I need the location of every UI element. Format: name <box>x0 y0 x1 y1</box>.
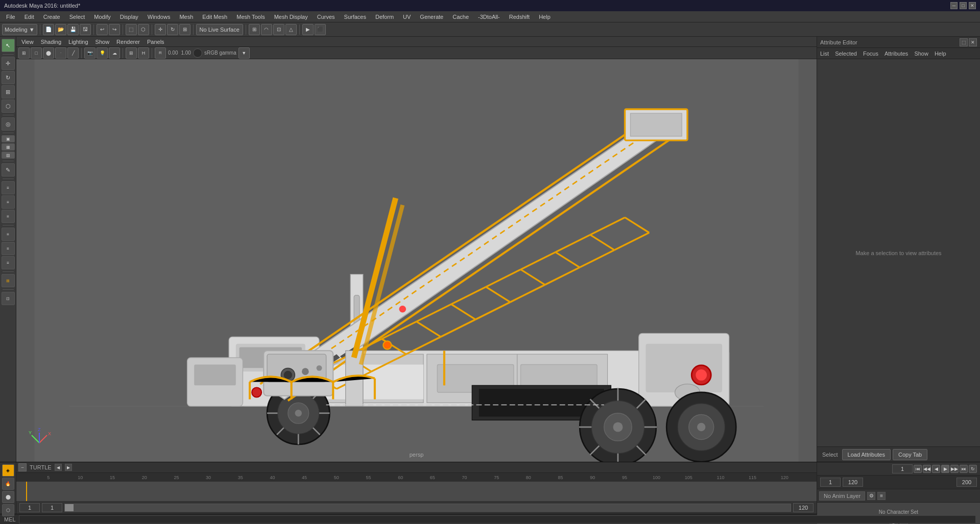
side-group2[interactable]: ≡ <box>2 195 15 209</box>
start-frame-input[interactable] <box>19 503 40 512</box>
anim-icon4[interactable]: ⬡ <box>2 504 14 516</box>
snap-curve-button[interactable]: ◠ <box>261 24 272 35</box>
vp-select-btn[interactable]: ⊞ <box>18 47 30 59</box>
menu-3dtall[interactable]: -3DtoAll- <box>474 13 504 21</box>
command-input[interactable] <box>19 515 976 523</box>
vp-cam-btn[interactable]: 📷 <box>84 47 95 59</box>
ae-float-button[interactable]: ⬚ <box>960 38 968 46</box>
ae-tab-focus[interactable]: Focus <box>863 49 878 58</box>
range-end-input[interactable] <box>843 478 863 487</box>
vp-menu-lighting[interactable]: Lighting <box>65 38 91 45</box>
vp-menu-panels[interactable]: Panels <box>144 38 168 45</box>
vp-menu-show[interactable]: Show <box>92 38 113 45</box>
timeline-scrub[interactable] <box>64 504 791 512</box>
soft-mod-button[interactable]: ◎ <box>2 117 15 131</box>
menu-cache[interactable]: Cache <box>448 13 473 21</box>
vp-vertex-btn[interactable]: · <box>55 47 66 59</box>
vp-smooth-btn[interactable]: ⬤ <box>43 47 54 59</box>
side-group5[interactable]: ≡ <box>2 242 15 255</box>
render-button[interactable]: ▶ <box>302 24 314 35</box>
ae-tab-help[interactable]: Help <box>935 49 946 58</box>
snap-surface-button[interactable]: △ <box>285 24 297 35</box>
paint-tool-button[interactable]: ✎ <box>2 163 15 177</box>
ae-tab-selected[interactable]: Selected <box>835 49 857 58</box>
vp-color-btn[interactable] <box>193 48 202 58</box>
vp-edge-btn[interactable]: ╱ <box>67 47 79 59</box>
anim-icon1[interactable]: ◈ <box>2 464 14 477</box>
menu-curves[interactable]: Curves <box>313 13 339 21</box>
play-back-button[interactable]: ◀ <box>932 465 940 473</box>
ipr-button[interactable]: ⬛ <box>315 24 326 35</box>
ae-close-button[interactable]: ✕ <box>969 38 977 46</box>
menu-file[interactable]: File <box>2 13 19 21</box>
maximize-button[interactable]: □ <box>960 2 967 9</box>
title-bar-controls[interactable]: ─ □ ✕ <box>950 2 976 9</box>
side-group6[interactable]: ≡ <box>2 256 15 269</box>
menu-create[interactable]: Create <box>39 13 64 21</box>
vp-res-btn[interactable]: R <box>155 47 166 59</box>
no-anim-layer-label[interactable]: No Anim Layer <box>819 491 865 501</box>
save-file-button[interactable]: 💾 <box>67 24 79 35</box>
viewport-canvas[interactable]: persp X Y Z <box>16 59 817 462</box>
select-tool-button[interactable]: ⬚ <box>126 24 137 35</box>
menu-edit-mesh[interactable]: Edit Mesh <box>198 13 231 21</box>
anim-layer-filter-icon[interactable]: ≡ <box>877 492 886 500</box>
side-group4[interactable]: ≡ <box>2 228 15 241</box>
side-group1[interactable]: ≡ <box>2 181 15 194</box>
snap-point-button[interactable]: ⊡ <box>273 24 284 35</box>
move-lt-button[interactable]: ✛ <box>2 57 15 70</box>
vp-wireframe-btn[interactable]: □ <box>31 47 42 59</box>
menu-modify[interactable]: Modify <box>90 13 114 21</box>
ae-tab-attributes[interactable]: Attributes <box>885 49 908 58</box>
loop-button[interactable]: ↻ <box>969 465 977 473</box>
load-attributes-button[interactable]: Load Attributes <box>842 449 891 460</box>
go-start-button[interactable]: ⏮ <box>914 465 922 473</box>
rotate-lt-button[interactable]: ↻ <box>2 71 15 84</box>
snap-grid-button[interactable]: ⊞ <box>249 24 260 35</box>
menu-display[interactable]: Display <box>116 13 142 21</box>
copy-tab-button[interactable]: Copy Tab <box>893 449 927 460</box>
ae-tab-show[interactable]: Show <box>914 49 928 58</box>
scale-tool-button[interactable]: ⊞ <box>179 24 190 35</box>
menu-mesh-display[interactable]: Mesh Display <box>270 13 312 21</box>
new-file-button[interactable]: 📄 <box>43 24 54 35</box>
menu-deform[interactable]: Deform <box>371 13 398 21</box>
viewport[interactable]: View Shading Lighting Show Renderer Pane… <box>16 37 817 462</box>
menu-mesh[interactable]: Mesh <box>175 13 197 21</box>
move-tool-button[interactable]: ✛ <box>155 24 166 35</box>
menu-mesh-tools[interactable]: Mesh Tools <box>232 13 269 21</box>
end-frame-input[interactable] <box>793 503 814 512</box>
select-arrow-button[interactable]: ↖ <box>2 39 15 52</box>
playhead[interactable] <box>26 482 27 501</box>
step-forward-button[interactable]: ▶▶ <box>950 465 959 473</box>
menu-select[interactable]: Select <box>65 13 89 21</box>
attr-editor-window-controls[interactable]: ⬚ ✕ <box>960 38 977 46</box>
lasso-tool-button[interactable]: ⬡ <box>138 24 149 35</box>
scale-lt-button[interactable]: ⊞ <box>2 85 15 98</box>
menu-generate[interactable]: Generate <box>416 13 447 21</box>
rotate-tool-button[interactable]: ↻ <box>167 24 178 35</box>
anim-toggle-btn[interactable]: – <box>18 463 27 471</box>
side-group3[interactable]: ≡ <box>2 210 15 223</box>
anim-icon2[interactable]: 🔥 <box>2 478 14 490</box>
menu-surfaces[interactable]: Surfaces <box>340 13 370 21</box>
vp-shadow-btn[interactable]: ☁ <box>109 47 120 59</box>
vp-menu-shading[interactable]: Shading <box>38 38 64 45</box>
menu-redshift[interactable]: Redshift <box>505 13 534 21</box>
vp-menu-renderer[interactable]: Renderer <box>113 38 143 45</box>
grid-btn[interactable]: ⊞ <box>2 274 15 287</box>
vp-light-btn[interactable]: 💡 <box>97 47 108 59</box>
close-button[interactable]: ✕ <box>969 2 976 9</box>
frame-input-right[interactable] <box>892 464 913 473</box>
vp-grid-btn[interactable]: ⊞ <box>126 47 137 59</box>
play-forward-button[interactable]: ▶ <box>941 465 949 473</box>
bottom-icon[interactable]: ⊡ <box>2 292 15 305</box>
anim-layer-settings-icon[interactable]: ⚙ <box>867 492 875 500</box>
mode-dropdown[interactable]: Modeling ▼ <box>2 24 37 35</box>
undo-button[interactable]: ↩ <box>97 24 108 35</box>
menu-help[interactable]: Help <box>535 13 555 21</box>
menu-edit[interactable]: Edit <box>20 13 38 21</box>
anim-icon3[interactable]: ⬤ <box>2 491 14 503</box>
ae-tab-list[interactable]: List <box>820 49 829 58</box>
vp-hud-btn[interactable]: H <box>138 47 149 59</box>
